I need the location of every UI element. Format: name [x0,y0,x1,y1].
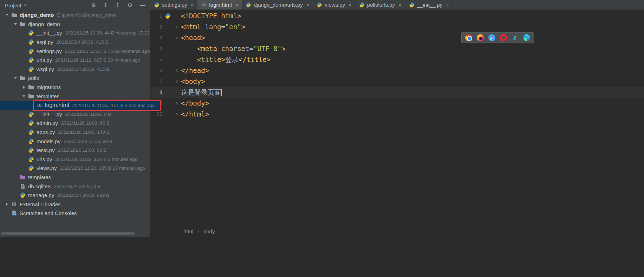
tree-item-wsgi-py[interactable]: wsgi.py2022/10/24 20:39, 415 B [0,65,150,74]
project-panel-title[interactable]: Project [5,2,21,8]
code-text: </html> [181,109,209,120]
tree-item-meta: 2022/11/26 11:23, 100 B 3 minutes ago [55,157,137,162]
breadcrumb-body[interactable]: body [203,228,215,234]
tree-item-views-py[interactable]: views.py2022/11/26 11:20, 135 B 17 minut… [0,164,150,173]
tree-item-models-py[interactable]: models.py2022/11/26 11:03, 60 B [0,137,150,146]
tree-item-external-libraries[interactable]: External Libraries [0,200,150,209]
tree-item-meta: 2022/11/25 10:39, 44 B Yesterday 17:23 [65,30,150,36]
tab-settings-py[interactable]: settings.py× [150,0,197,10]
tree-item-settings-py[interactable]: settings.py2022/11/26 11:37, 3.75 kB Mom… [0,46,150,56]
tree-item-urls-py-project[interactable]: urls.py2022/11/26 11:12, 827 B 20 minute… [0,56,150,65]
tree-item-asgi-py[interactable]: asgi.py2022/10/24 20:39, 415 B [0,38,150,47]
tab-login-html[interactable]: <5>login.html× [197,0,242,10]
fold-down-icon[interactable]: ∨ [173,21,181,32]
chrome-browser-icon[interactable] [465,34,472,41]
close-tab-icon[interactable]: × [446,2,449,8]
tab-views-py[interactable]: views.py× [313,0,355,10]
code-text: <title>登录</title> [181,54,271,65]
line-number: 4 [150,43,162,54]
close-tab-icon[interactable]: × [235,2,239,8]
python-icon [28,57,34,63]
line-number: 8 [150,87,162,98]
collapse-all-icon[interactable]: ↥ [115,2,120,8]
expand-all-icon[interactable]: ↧ [103,2,108,8]
close-tab-icon[interactable]: × [349,2,352,8]
code-line-3[interactable]: 3∨<head> [150,32,644,43]
project-tree: django_demoE:\python项目\django_demodjango… [0,11,150,218]
edge-browser-icon[interactable] [523,34,530,41]
python-icon [359,2,365,8]
tree-item-manage-py[interactable]: manage.py2022/10/24 20:39, 689 B [0,191,150,200]
code-text: <head> [181,32,205,43]
code-line-7[interactable]: 7∨<body> [150,76,644,87]
opera-browser-icon[interactable] [500,34,507,41]
code-line-1[interactable]: 1<!DOCTYPE html> [150,11,644,21]
tree-item-init-py-project[interactable]: __init__.py2022/11/25 10:39, 44 B Yester… [0,29,150,38]
line-number: 7 [150,76,162,87]
chevron-right-icon[interactable] [3,203,11,206]
chevron-down-icon[interactable] [20,94,28,99]
chevron-down-icon[interactable] [3,13,11,17]
tree-item-label: django_demo [20,12,54,18]
tree-item-django_demo-package[interactable]: django_demo [0,20,150,29]
select-opened-file-icon[interactable]: ⊕ [91,2,96,8]
fold-down-icon[interactable]: ∨ [173,76,181,87]
python-icon [28,165,34,171]
folder-icon [28,93,34,99]
python-icon [28,111,34,117]
project-panel-toolbar: ⊕↧↥⚙— [91,2,145,8]
close-tab-icon[interactable]: × [398,2,402,8]
tree-item-label: views.py [37,165,57,171]
tab--init-py[interactable]: __init__.py× [405,0,453,10]
tree-item-label: models.py [37,138,60,144]
breadcrumb-html[interactable]: html [183,228,193,234]
safari-browser-icon[interactable] [488,34,495,41]
code-line-8[interactable]: 8这是登录页面 [150,87,644,98]
chevron-down-icon[interactable] [11,76,20,80]
project-tool-window: Project ⊕↧↥⚙— django_demoE:\python项目\dja… [0,0,150,237]
tree-item-db-sqlite3[interactable]: ?db.sqlite32022/10/24 20:45, 0 B [0,182,150,191]
chevron-down-icon[interactable] [11,22,20,26]
chevron-down-icon[interactable] [24,5,27,8]
code-line-9[interactable]: 9∧</body> [150,98,644,109]
folder-icon [11,12,17,18]
close-tab-icon[interactable]: × [306,2,310,8]
fold-down-icon[interactable]: ∨ [173,32,181,43]
horizontal-scrollbar[interactable] [1,232,135,235]
tree-item-urls-py-polls[interactable]: urls.py2022/11/26 11:23, 100 B 3 minutes… [0,155,150,164]
fold-up-icon[interactable]: ∧ [173,98,181,109]
close-tab-icon[interactable]: × [191,2,194,8]
tree-item-label: settings.py [37,48,62,54]
tree-item-label: External Libraries [20,201,61,207]
tab-label: views.py [325,2,345,8]
ie-browser-icon[interactable]: e [512,34,519,41]
tree-item-scratches-and-consoles[interactable]: Scratches and Consoles [0,209,150,218]
firefox-browser-icon[interactable] [477,34,484,41]
browser-preview-toolbar: e [461,32,534,43]
chevron-right-icon[interactable] [20,86,28,89]
code-editor[interactable]: 1<!DOCTYPE html>2∨<html lang="en">3∨<hea… [150,11,644,120]
python-icon [20,192,26,198]
fold-up-icon[interactable]: ∧ [173,65,181,76]
code-line-10[interactable]: 10∧</html> [150,109,644,120]
code-line-5[interactable]: 5 <title>登录</title> [150,54,644,65]
code-line-2[interactable]: 2∨<html lang="en"> [150,21,644,32]
tab-polls-urls-py[interactable]: polls\urls.py× [356,0,405,10]
fold-up-icon[interactable]: ∧ [173,109,181,120]
tree-item-meta: 2022/10/24 20:45, 0 B [54,184,100,189]
tab-label: __init__.py [417,2,443,8]
tree-item-admin-py[interactable]: admin.py2022/11/26 11:03, 66 B [0,119,150,128]
hide-panel-icon[interactable]: — [140,2,145,8]
code-line-4[interactable]: 4 <meta charset="UTF-8"> [150,43,644,54]
tree-item-migrations[interactable]: migrations [0,83,150,92]
python-icon [28,129,34,135]
python-icon [165,13,171,19]
tab-django-demo-urls-py[interactable]: django_demo\urls.py× [242,0,313,10]
tree-item-tests-py[interactable]: tests.py2022/11/26 11:03, 63 B [0,146,150,155]
tree-item-templates-root[interactable]: templates [0,173,150,182]
settings-icon[interactable]: ⚙ [128,2,132,8]
tree-item-apps-py[interactable]: apps.py2022/11/26 11:03, 148 B [0,128,150,137]
tree-item-django_demo-root[interactable]: django_demoE:\python项目\django_demo [0,11,150,20]
code-line-6[interactable]: 6∧</head> [150,65,644,76]
tree-item-polls[interactable]: polls [0,74,150,83]
